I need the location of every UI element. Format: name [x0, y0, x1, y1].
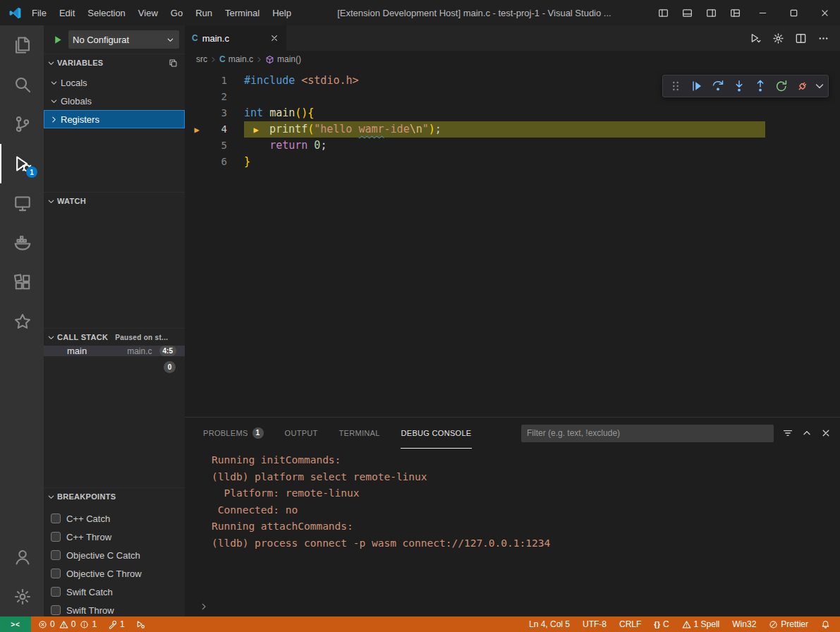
menu-help[interactable]: Help [266, 5, 298, 21]
breakpoint-gutter[interactable]: ▶ [185, 121, 209, 138]
call-stack-section-header[interactable]: CALL STACK Paused on st... [44, 329, 185, 346]
copy-icon[interactable] [169, 59, 182, 68]
crlf-status-item[interactable]: CRLF [618, 616, 643, 632]
ln-4-col-5-status-item[interactable]: Ln 4, Col 5 [528, 616, 571, 632]
remote-indicator[interactable]: >< [0, 616, 31, 632]
breakpoint-row[interactable]: C++ Catch [44, 509, 185, 528]
menu-terminal[interactable]: Terminal [219, 5, 266, 21]
breadcrumb-item-src[interactable]: src [196, 54, 207, 64]
close-button[interactable] [820, 427, 832, 439]
run-file-icon [750, 32, 762, 44]
breakpoints-section-header[interactable]: BREAKPOINTS [44, 488, 185, 505]
panel-tab-problems[interactable]: PROBLEMS1 [202, 418, 264, 449]
maximize-button[interactable] [778, 0, 809, 25]
breakpoint-gutter[interactable] [185, 89, 209, 105]
chevron-up-button[interactable] [801, 427, 812, 439]
debug-console-input[interactable] [209, 600, 840, 614]
variables-row-globals[interactable]: Globals [44, 92, 185, 110]
breadcrumb-item-main-c[interactable]: Cmain.c [219, 54, 253, 64]
call-stack-frame[interactable]: mainmain.c4:5 [44, 346, 185, 356]
step-out-button[interactable] [750, 77, 770, 95]
breakpoint-row[interactable]: Swift Throw [44, 601, 185, 616]
step-over-button[interactable] [708, 77, 728, 95]
info-status-item[interactable]: 1 [78, 616, 98, 632]
panel-tab-terminal[interactable]: TERMINAL [339, 418, 381, 449]
wrench-status-item[interactable]: 1 [106, 616, 126, 632]
menu-edit[interactable]: Edit [53, 5, 81, 21]
breadcrumb-item-main-[interactable]: main() [265, 54, 301, 64]
toggle-sidebar-button[interactable] [651, 0, 675, 25]
menu-run[interactable]: Run [189, 5, 219, 21]
continue-button[interactable] [687, 77, 707, 95]
disconnect-button[interactable] [793, 77, 812, 95]
chevron-right-icon [49, 115, 59, 124]
start-debugging-button[interactable] [49, 32, 65, 47]
star-item[interactable] [0, 302, 44, 341]
docker-item[interactable] [0, 223, 44, 262]
info-icon [80, 620, 89, 629]
toggle-secondary-sidebar-icon [706, 8, 717, 18]
code-editor[interactable]: 1#include <stdio.h>23int main(){▶4▶print… [185, 68, 840, 417]
run-debug-item[interactable]: 1 [0, 144, 44, 183]
utf-8-status-item[interactable]: UTF-8 [581, 616, 608, 632]
variables-row-registers[interactable]: Registers [44, 110, 185, 128]
slash-circle-status-item[interactable]: Prettier [767, 616, 810, 632]
close-icon[interactable] [269, 33, 279, 43]
breakpoint-checkbox[interactable] [51, 569, 61, 578]
menu-file[interactable]: File [25, 5, 53, 21]
menu-go[interactable]: Go [164, 5, 189, 21]
extensions-item[interactable] [0, 262, 44, 302]
split-editor-button[interactable] [791, 28, 810, 48]
explorer-item[interactable] [0, 25, 44, 65]
gear-button[interactable] [768, 28, 788, 48]
panel-tab-debug-console[interactable]: DEBUG CONSOLE [401, 418, 473, 449]
toggle-secondary-sidebar-button[interactable] [699, 0, 723, 25]
breakpoint-row[interactable]: Objective C Throw [44, 564, 185, 583]
braces-status-item[interactable]: {}C [652, 616, 670, 632]
step-into-button[interactable] [729, 77, 749, 95]
variables-row-locals[interactable]: Locals [44, 73, 185, 92]
warning-status-item[interactable]: 1 Spell [681, 616, 722, 632]
warning-status-item[interactable]: 0 [58, 616, 78, 632]
bell-status-item[interactable] [820, 616, 832, 632]
remote-explorer-item[interactable] [0, 183, 44, 223]
settings-gear-item[interactable] [0, 577, 44, 616]
restart-button[interactable] [772, 77, 791, 95]
breakpoint-gutter[interactable] [185, 138, 209, 154]
debug-config-dropdown[interactable]: No Configurat [68, 30, 179, 49]
breakpoint-checkbox[interactable] [51, 532, 61, 542]
run-file-button[interactable] [745, 28, 765, 48]
breakpoint-checkbox[interactable] [51, 587, 61, 597]
console-filter-input[interactable] [521, 425, 774, 442]
watch-section-header[interactable]: WATCH [44, 193, 185, 209]
breakpoint-row[interactable]: Objective C Catch [44, 546, 185, 564]
menu-selection[interactable]: Selection [81, 5, 131, 21]
breakpoint-gutter[interactable] [185, 105, 209, 121]
breakpoint-checkbox[interactable] [51, 605, 61, 615]
source-control-item[interactable] [0, 104, 44, 144]
panel-tab-output[interactable]: OUTPUT [284, 418, 319, 449]
breakpoint-row[interactable]: C++ Throw [44, 528, 185, 546]
variables-section-header[interactable]: VARIABLES [44, 54, 185, 71]
breakpoint-checkbox[interactable] [51, 514, 61, 523]
filter-lines-button[interactable] [782, 427, 793, 439]
menu-view[interactable]: View [132, 5, 164, 21]
breakpoint-row[interactable]: Swift Catch [44, 583, 185, 601]
tab-main-c[interactable]: C main.c [185, 25, 286, 51]
close-button[interactable] [809, 0, 840, 25]
win32-status-item[interactable]: Win32 [731, 616, 757, 632]
search-item[interactable] [0, 65, 44, 104]
debug-status-status-item[interactable] [135, 616, 147, 632]
customize-layout-button[interactable] [723, 0, 747, 25]
breakpoint-gutter[interactable] [185, 73, 209, 89]
window-controls [651, 0, 840, 25]
account-item[interactable] [0, 537, 44, 577]
breakpoint-gutter[interactable] [185, 154, 209, 170]
minimize-button[interactable] [747, 0, 778, 25]
gripper-button[interactable] [666, 77, 686, 95]
breakpoint-checkbox[interactable] [51, 550, 61, 560]
chevron-down-button[interactable] [814, 77, 825, 95]
more-actions-button[interactable] [813, 28, 833, 48]
error-status-item[interactable]: 0 [37, 616, 56, 632]
toggle-panel-button[interactable] [675, 0, 699, 25]
